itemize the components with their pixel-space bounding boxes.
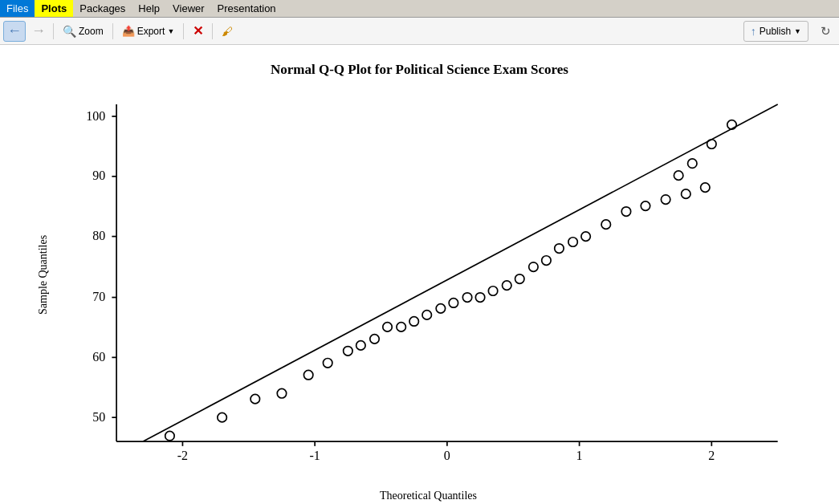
svg-point-40 [462, 293, 471, 303]
svg-point-29 [303, 370, 312, 380]
forward-button[interactable]: → [27, 21, 50, 42]
menu-bar: Files Plots Packages Help Viewer Present… [0, 0, 839, 18]
svg-point-38 [436, 304, 445, 314]
menu-packages[interactable]: Packages [73, 0, 132, 17]
svg-text:0: 0 [443, 449, 450, 462]
svg-text:-2: -2 [177, 449, 187, 462]
svg-point-30 [323, 359, 332, 368]
publish-icon: ↑ [751, 25, 756, 38]
menu-help[interactable]: Help [132, 0, 166, 17]
svg-point-39 [449, 299, 458, 308]
back-icon: ← [7, 22, 22, 39]
svg-point-46 [541, 256, 550, 266]
menu-viewer[interactable]: Viewer [166, 0, 211, 17]
chart-wrapper: 50 60 70 80 90 100 [52, 86, 805, 463]
svg-point-32 [356, 341, 365, 351]
svg-point-44 [515, 274, 523, 284]
svg-point-53 [661, 195, 670, 205]
chart-inner: 50 60 70 80 90 100 [52, 86, 805, 483]
separator-2 [112, 23, 113, 39]
svg-point-57 [687, 159, 696, 169]
svg-point-43 [502, 281, 511, 291]
svg-text:2: 2 [708, 449, 715, 462]
clear-icon: ✕ [193, 23, 203, 39]
brush-button[interactable]: 🖌 [216, 21, 238, 42]
svg-point-47 [554, 244, 563, 254]
svg-point-54 [681, 189, 690, 199]
zoom-icon: 🔍 [63, 25, 76, 38]
svg-point-41 [475, 293, 484, 303]
svg-text:1: 1 [576, 449, 582, 462]
brush-icon: 🖌 [222, 25, 233, 38]
export-dropdown-arrow: ▼ [167, 27, 174, 35]
toolbar: ← → 🔍 Zoom 📤 Export ▼ ✕ 🖌 ↑ Publish ▼ ↻ [0, 18, 839, 45]
zoom-label: Zoom [79, 26, 104, 37]
svg-point-31 [343, 347, 352, 356]
svg-point-49 [580, 232, 589, 242]
svg-point-33 [369, 335, 378, 344]
plot-title: Normal Q-Q Plot for Political Science Ex… [35, 62, 805, 78]
svg-point-50 [601, 220, 610, 230]
svg-text:80: 80 [92, 229, 105, 242]
back-button[interactable]: ← [3, 21, 26, 42]
main-content: Normal Q-Q Plot for Political Science Ex… [0, 45, 839, 504]
svg-text:70: 70 [92, 290, 105, 303]
menu-plots[interactable]: Plots [35, 0, 73, 17]
forward-icon: → [31, 22, 46, 39]
separator-4 [212, 23, 213, 39]
publish-button[interactable]: ↑ Publish ▼ [743, 21, 808, 42]
plot-area: Sample Quantiles [35, 86, 805, 463]
svg-point-37 [422, 311, 430, 320]
svg-point-26 [217, 413, 226, 422]
svg-text:50: 50 [92, 410, 105, 424]
zoom-button[interactable]: 🔍 Zoom [57, 21, 109, 42]
svg-text:60: 60 [92, 350, 105, 364]
svg-point-51 [621, 207, 630, 217]
svg-point-52 [641, 201, 650, 211]
svg-text:90: 90 [92, 169, 105, 182]
svg-text:100: 100 [86, 109, 105, 123]
x-axis-label: Theoretical Quantiles [52, 483, 805, 502]
export-label: Export [137, 26, 165, 37]
svg-point-42 [488, 287, 497, 296]
svg-point-55 [700, 183, 709, 193]
export-icon: 📤 [122, 25, 135, 37]
svg-point-56 [674, 171, 682, 181]
svg-point-28 [277, 388, 286, 398]
separator-3 [183, 23, 184, 39]
svg-point-25 [165, 431, 173, 441]
svg-point-59 [727, 120, 735, 130]
publish-label: Publish [760, 26, 791, 37]
refresh-icon: ↻ [821, 24, 831, 39]
svg-point-35 [396, 323, 405, 332]
separator-1 [53, 23, 54, 39]
svg-point-48 [568, 238, 576, 247]
svg-text:-1: -1 [309, 449, 320, 462]
plot-container: Normal Q-Q Plot for Political Science Ex… [35, 62, 805, 487]
clear-button[interactable]: ✕ [187, 21, 209, 42]
svg-point-34 [382, 323, 391, 332]
svg-point-45 [528, 262, 537, 272]
publish-dropdown-arrow: ▼ [794, 27, 801, 35]
svg-point-27 [250, 394, 259, 404]
svg-point-58 [707, 140, 715, 149]
menu-files[interactable]: Files [0, 0, 35, 17]
y-axis-label: Sample Quantiles [35, 86, 52, 463]
svg-point-36 [409, 317, 417, 327]
menu-presentation[interactable]: Presentation [211, 0, 283, 17]
plot-svg: 50 60 70 80 90 100 [52, 86, 805, 483]
export-button[interactable]: 📤 Export ▼ [116, 21, 181, 42]
refresh-button[interactable]: ↻ [815, 21, 836, 42]
svg-line-24 [143, 104, 777, 441]
